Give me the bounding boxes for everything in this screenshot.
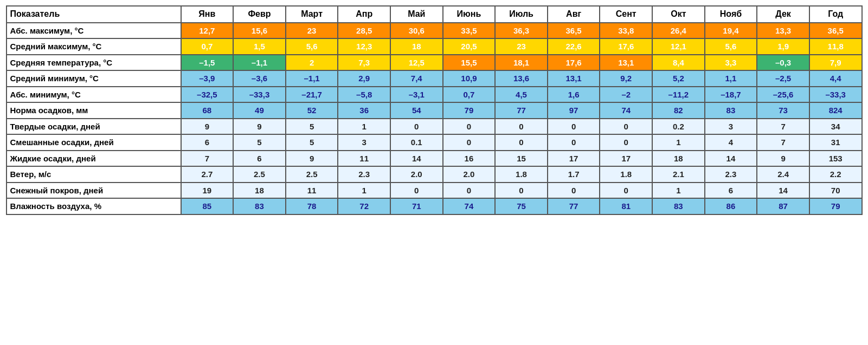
cell-snow-10: 6	[705, 183, 757, 199]
cell-snow-1: 18	[233, 183, 286, 199]
cell-mixed-11: 7	[757, 134, 809, 151]
cell-solid-4: 0	[390, 119, 443, 135]
cell-snow-8: 0	[600, 183, 652, 199]
cell-liquid-3: 11	[338, 151, 390, 167]
label-humidity: Влажность воздуха, %	[7, 198, 181, 214]
cell-avg-max-5: 20,5	[443, 38, 496, 55]
cell-precip-3: 36	[338, 102, 390, 119]
cell-avg-temp-8: 13,1	[600, 55, 652, 71]
label-avg-max: Средний максимум, °C	[7, 38, 181, 55]
cell-liquid-11: 9	[757, 151, 809, 167]
cell-precip-5: 79	[443, 102, 496, 119]
cell-mixed-9: 1	[652, 134, 705, 151]
cell-avg-max-11: 1,9	[757, 38, 809, 55]
col-header-май: Май	[390, 6, 443, 23]
cell-precip-7: 97	[548, 102, 600, 119]
cell-liquid-7: 17	[548, 151, 600, 167]
cell-snow-11: 14	[757, 183, 809, 199]
cell-avg-max-10: 5,6	[705, 38, 757, 55]
cell-snow-5: 0	[443, 183, 496, 199]
cell-abs-min-12: –33,3	[809, 87, 862, 103]
cell-solid-9: 0.2	[652, 119, 705, 135]
cell-humidity-9: 83	[652, 198, 705, 214]
cell-wind-2: 2.5	[286, 166, 338, 183]
cell-abs-max-3: 28,5	[338, 23, 390, 39]
cell-abs-min-0: –32,5	[181, 87, 234, 103]
cell-mixed-0: 6	[181, 134, 234, 151]
label-wind: Ветер, м/с	[7, 166, 181, 183]
cell-precip-2: 52	[286, 102, 338, 119]
cell-mixed-7: 0	[548, 134, 600, 151]
cell-abs-max-10: 19,4	[705, 23, 757, 39]
row-abs-max: Абс. максимум, °C12,715,62328,530,633,53…	[7, 23, 862, 39]
cell-solid-1: 9	[233, 119, 286, 135]
cell-avg-max-1: 1,5	[233, 38, 286, 55]
cell-abs-max-12: 36,5	[809, 23, 862, 39]
cell-snow-6: 0	[495, 183, 548, 199]
cell-avg-max-0: 0,7	[181, 38, 234, 55]
cell-abs-min-8: –2	[600, 87, 652, 103]
cell-wind-5: 2.0	[443, 166, 496, 183]
row-wind: Ветер, м/с2.72.52.52.32.02.01.81.71.82.1…	[7, 166, 862, 183]
label-liquid: Жидкие осадки, дней	[7, 151, 181, 167]
cell-snow-4: 0	[390, 183, 443, 199]
cell-solid-2: 5	[286, 119, 338, 135]
col-header-апр: Апр	[338, 6, 390, 23]
cell-avg-min-2: –1,1	[286, 70, 338, 87]
cell-solid-0: 9	[181, 119, 234, 135]
cell-avg-min-1: –3,6	[233, 70, 286, 87]
label-abs-max: Абс. максимум, °C	[7, 23, 181, 39]
cell-avg-max-7: 22,6	[548, 38, 600, 55]
cell-precip-0: 68	[181, 102, 234, 119]
cell-mixed-10: 4	[705, 134, 757, 151]
cell-abs-min-10: –18,7	[705, 87, 757, 103]
cell-avg-max-2: 5,6	[286, 38, 338, 55]
label-solid: Твердые осадки, дней	[7, 119, 181, 135]
cell-avg-max-8: 17,6	[600, 38, 652, 55]
cell-abs-max-7: 36,5	[548, 23, 600, 39]
cell-humidity-6: 75	[495, 198, 548, 214]
label-precip: Норма осадков, мм	[7, 102, 181, 119]
cell-avg-min-4: 7,4	[390, 70, 443, 87]
cell-abs-max-4: 30,6	[390, 23, 443, 39]
cell-abs-max-2: 23	[286, 23, 338, 39]
cell-abs-max-5: 33,5	[443, 23, 496, 39]
cell-wind-3: 2.3	[338, 166, 390, 183]
cell-precip-6: 77	[495, 102, 548, 119]
cell-abs-max-1: 15,6	[233, 23, 286, 39]
row-humidity: Влажность воздуха, %85837872717475778183…	[7, 198, 862, 214]
cell-avg-temp-11: –0,3	[757, 55, 809, 71]
cell-liquid-1: 6	[233, 151, 286, 167]
cell-solid-11: 7	[757, 119, 809, 135]
cell-avg-min-6: 13,6	[495, 70, 548, 87]
cell-humidity-1: 83	[233, 198, 286, 214]
cell-wind-4: 2.0	[390, 166, 443, 183]
cell-avg-max-3: 12,3	[338, 38, 390, 55]
cell-avg-temp-12: 7,9	[809, 55, 862, 71]
cell-wind-12: 2.2	[809, 166, 862, 183]
col-header-label: Показатель	[7, 6, 181, 23]
cell-mixed-3: 3	[338, 134, 390, 151]
cell-snow-0: 19	[181, 183, 234, 199]
col-header-июнь: Июнь	[443, 6, 496, 23]
cell-humidity-11: 87	[757, 198, 809, 214]
cell-avg-min-0: –3,9	[181, 70, 234, 87]
cell-solid-12: 34	[809, 119, 862, 135]
cell-wind-10: 2.3	[705, 166, 757, 183]
cell-humidity-7: 77	[548, 198, 600, 214]
cell-avg-min-7: 13,1	[548, 70, 600, 87]
cell-humidity-12: 79	[809, 198, 862, 214]
header-row: ПоказательЯнвФеврМартАпрМайИюньИюльАвгСе…	[7, 6, 862, 23]
label-snow: Снежный покров, дней	[7, 183, 181, 199]
col-header-дек: Дек	[757, 6, 809, 23]
row-precip: Норма осадков, мм68495236547977977482837…	[7, 102, 862, 119]
row-mixed: Смешанные осадки, дней65530.1000014731	[7, 134, 862, 151]
row-abs-min: Абс. минимум, °C–32,5–33,3–21,7–5,8–3,10…	[7, 87, 862, 103]
cell-precip-4: 54	[390, 102, 443, 119]
cell-wind-1: 2.5	[233, 166, 286, 183]
cell-solid-6: 0	[495, 119, 548, 135]
cell-mixed-4: 0.1	[390, 134, 443, 151]
row-avg-min: Средний минимум, °C–3,9–3,6–1,12,97,410,…	[7, 70, 862, 87]
cell-abs-max-8: 33,8	[600, 23, 652, 39]
cell-abs-min-1: –33,3	[233, 87, 286, 103]
